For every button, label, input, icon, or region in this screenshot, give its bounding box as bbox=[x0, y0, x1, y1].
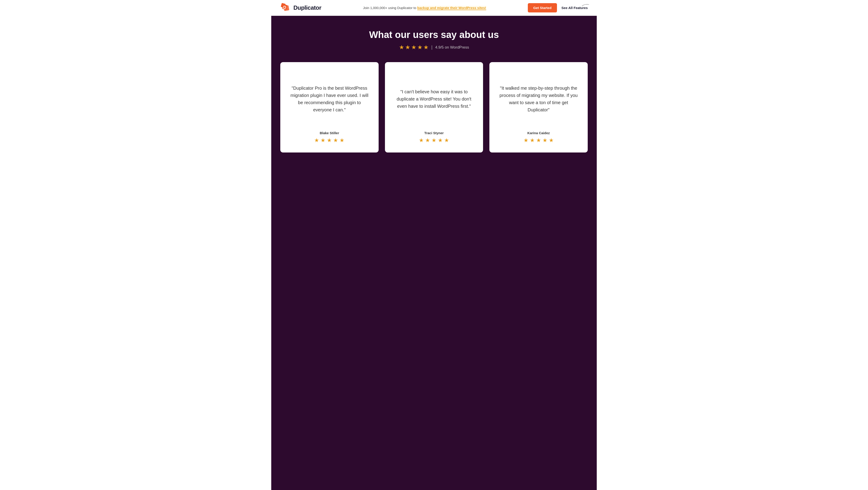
overall-stars: ★ ★ ★ ★ ★ bbox=[399, 44, 429, 51]
overall-star-5: ★ bbox=[423, 44, 429, 51]
tagline-prefix: Join 1,000,000+ using Duplicator to bbox=[363, 6, 417, 10]
review-1-star-1: ★ bbox=[314, 137, 319, 143]
overall-star-4: ★ bbox=[417, 44, 423, 51]
review-2-star-3: ★ bbox=[432, 137, 436, 143]
site-header: D Duplicator Join 1,000,000+ using Dupli… bbox=[271, 0, 597, 16]
review-card-1: "Duplicator Pro is the best WordPress mi… bbox=[280, 62, 379, 153]
overall-star-1: ★ bbox=[399, 44, 404, 51]
review-card-3: "It walked me step-by-step through the p… bbox=[489, 62, 588, 153]
tagline-highlight: backup and migrate their WordPress sites… bbox=[417, 6, 486, 10]
review-1-star-3: ★ bbox=[327, 137, 332, 143]
review-3-star-2: ★ bbox=[530, 137, 535, 143]
review-quote-3: "It walked me step-by-step through the p… bbox=[498, 73, 579, 131]
review-stars-2: ★ ★ ★ ★ ★ bbox=[394, 137, 474, 143]
review-1-star-5: ★ bbox=[340, 137, 344, 143]
review-card-2: "I can't believe how easy it was to dupl… bbox=[385, 62, 483, 153]
review-3-star-1: ★ bbox=[524, 137, 528, 143]
review-1-star-2: ★ bbox=[320, 137, 326, 143]
review-author-name-3: Karina Caidez bbox=[498, 131, 579, 135]
header-tagline: Join 1,000,000+ using Duplicator to back… bbox=[321, 6, 528, 10]
review-author-section-3: Karina Caidez ★ ★ ★ ★ ★ bbox=[498, 131, 579, 143]
review-author-section-1: Blake Stiller ★ ★ ★ ★ ★ bbox=[289, 131, 370, 143]
review-quote-2: "I can't believe how easy it was to dupl… bbox=[394, 73, 474, 131]
review-3-star-3: ★ bbox=[536, 137, 541, 143]
review-2-star-5: ★ bbox=[444, 137, 449, 143]
get-started-button[interactable]: Get Started bbox=[528, 3, 557, 12]
review-stars-1: ★ ★ ★ ★ ★ bbox=[289, 137, 370, 143]
see-all-features-link[interactable]: See All Features bbox=[561, 6, 588, 10]
review-2-star-2: ★ bbox=[425, 137, 430, 143]
reviews-grid: "Duplicator Pro is the best WordPress mi… bbox=[280, 62, 588, 153]
review-stars-3: ★ ★ ★ ★ ★ bbox=[498, 137, 579, 143]
review-1-star-4: ★ bbox=[333, 137, 338, 143]
logo-area[interactable]: D Duplicator bbox=[280, 2, 321, 13]
review-author-section-2: Traci Styner ★ ★ ★ ★ ★ bbox=[394, 131, 474, 143]
review-author-name-1: Blake Stiller bbox=[289, 131, 370, 135]
svg-text:D: D bbox=[283, 5, 286, 10]
review-quote-1: "Duplicator Pro is the best WordPress mi… bbox=[289, 73, 370, 131]
overall-rating-row: ★ ★ ★ ★ ★ | 4.9/5 on WordPress bbox=[280, 44, 588, 51]
review-2-star-1: ★ bbox=[419, 137, 424, 143]
overall-star-2: ★ bbox=[405, 44, 410, 51]
review-2-star-4: ★ bbox=[438, 137, 443, 143]
review-3-star-4: ★ bbox=[542, 137, 548, 143]
header-actions: Get Started See All Features bbox=[528, 3, 588, 12]
rating-value: 4.9/5 on WordPress bbox=[435, 45, 469, 50]
review-3-star-5: ★ bbox=[549, 137, 554, 143]
logo-icon: D bbox=[280, 2, 291, 13]
section-title: What our users say about us bbox=[280, 29, 588, 40]
review-author-name-2: Traci Styner bbox=[394, 131, 474, 135]
overall-star-3: ★ bbox=[411, 44, 416, 51]
rating-divider: | bbox=[431, 45, 432, 50]
logo-text: Duplicator bbox=[293, 4, 321, 11]
main-section: What our users say about us ★ ★ ★ ★ ★ | … bbox=[271, 16, 597, 490]
